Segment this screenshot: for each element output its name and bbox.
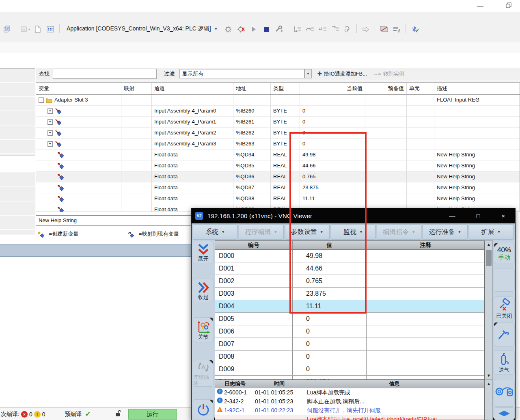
play-icon-button[interactable] bbox=[249, 24, 258, 33]
step-over-icon-button[interactable] bbox=[305, 24, 314, 33]
register-comment bbox=[367, 275, 485, 287]
scroll-down-icon[interactable]: ▼ bbox=[485, 372, 492, 379]
right-button-torch[interactable] bbox=[494, 322, 515, 346]
io-table-row[interactable]: +Input Assembly-4_Param2%IB262BYTE0 bbox=[36, 128, 520, 139]
expand-node-icon[interactable]: + bbox=[47, 108, 53, 114]
right-button-tool-closed[interactable]: 已关闭 bbox=[494, 297, 515, 320]
window-minimize-button[interactable]: — bbox=[474, 2, 486, 11]
register-row-D005[interactable]: D0050 bbox=[215, 313, 484, 325]
expand-node-icon[interactable]: + bbox=[47, 119, 53, 125]
expand-node-icon[interactable]: + bbox=[47, 130, 53, 136]
register-row-D003[interactable]: D00323.875 bbox=[215, 288, 484, 300]
reset-icon-button[interactable] bbox=[343, 24, 352, 33]
io-table-row[interactable]: +Input Assembly-4_Param0%IB260BYTE0 bbox=[36, 106, 520, 117]
sidebar-button-power[interactable] bbox=[193, 399, 214, 420]
register-scrollbar[interactable]: ▲ ▼ bbox=[485, 240, 493, 380]
watch-list-icon-button[interactable] bbox=[392, 24, 401, 33]
logout-gear-icon-button[interactable] bbox=[237, 24, 246, 33]
goto-next-icon-button[interactable] bbox=[361, 24, 370, 33]
io-table-row[interactable]: Float data%QD34REAL49.98New Help String bbox=[36, 149, 520, 160]
filter-combobox[interactable]: 显示所有 bbox=[179, 69, 304, 78]
register-row-D006[interactable]: D0060 bbox=[215, 325, 484, 338]
address-cell: %IB261 bbox=[233, 117, 271, 127]
scroll-up-icon[interactable]: ▲ bbox=[485, 241, 492, 248]
right-button-speed-mode[interactable]: 40%手动 bbox=[494, 243, 515, 264]
vnc-tab-扩展[interactable]: 扩展▼ bbox=[469, 224, 514, 240]
right-button-blank[interactable] bbox=[494, 268, 515, 292]
library-dropdown-icon-button[interactable] bbox=[21, 24, 30, 33]
right-button-partial[interactable] bbox=[494, 407, 515, 420]
io-table-row[interactable]: +Input Assembly-4_Param3%IB263BYTE0 bbox=[36, 139, 520, 149]
register-row-D001[interactable]: D00144.66 bbox=[215, 262, 484, 275]
new-file-icon-button[interactable] bbox=[33, 24, 42, 33]
vnc-minimize-button[interactable]: — bbox=[444, 208, 460, 223]
sidebar-button-展开[interactable]: 展开 bbox=[193, 241, 214, 264]
scroll-up-icon[interactable]: ▲ bbox=[485, 380, 492, 388]
io-table-row[interactable]: Float data%QD37REAL23.875New Help String bbox=[36, 182, 520, 193]
breakpoint-tools-icon-button[interactable] bbox=[274, 24, 283, 33]
search-input[interactable] bbox=[53, 69, 157, 79]
vnc-tab-编辑指令[interactable]: 编辑指令▼ bbox=[377, 224, 421, 240]
log-id-cell: !2-6000-1 bbox=[215, 388, 255, 397]
register-value: 0 bbox=[293, 351, 367, 363]
vnc-close-button[interactable]: × bbox=[495, 208, 511, 223]
window-restore-button[interactable] bbox=[503, 2, 515, 11]
register-row-D010[interactable]: D010826.654 bbox=[215, 376, 484, 380]
register-id: D003 bbox=[215, 288, 293, 300]
filter-caret-icon[interactable]: ▼ bbox=[304, 69, 312, 78]
step-into-icon-button[interactable] bbox=[330, 24, 339, 33]
io-table-row[interactable]: Float data%QD36REAL0.765New Help String bbox=[36, 171, 520, 182]
display-mode-icon-button[interactable] bbox=[380, 24, 388, 33]
run-button[interactable]: 运行 bbox=[128, 409, 177, 420]
vnc-maximize-button[interactable]: □ bbox=[470, 208, 486, 223]
clipboard-icon-button[interactable] bbox=[2, 24, 11, 33]
io-table-row[interactable]: +Input Assembly-4_Param1%IB261BYTE0 bbox=[36, 117, 520, 128]
step-return-icon-button[interactable] bbox=[318, 24, 327, 33]
register-table: 编号值注释 D00049.98D00144.66D0020.765D00323.… bbox=[215, 240, 485, 380]
scroll-thumb[interactable] bbox=[486, 250, 492, 266]
register-row-D000[interactable]: D00049.98 bbox=[215, 250, 484, 262]
collapse-node-icon[interactable]: - bbox=[39, 97, 44, 103]
current-value-cell: 44.66 bbox=[300, 160, 365, 171]
sidebar-button-收起[interactable]: 收起 bbox=[193, 279, 214, 302]
log-row[interactable]: !1-92C-101-01 00:22:23伺服没有打开，请先打开伺服 bbox=[215, 406, 484, 415]
register-row-D009[interactable]: D0090 bbox=[215, 363, 484, 376]
vnc-tab-监视[interactable]: 监视▼ bbox=[331, 224, 375, 240]
right-button-air-supply[interactable]: 送气 bbox=[494, 350, 515, 375]
vnc-tab-程序编辑[interactable]: 程序编辑▼ bbox=[239, 224, 283, 240]
recompile-icon-button[interactable] bbox=[410, 24, 419, 33]
log-row[interactable]: !2-342-201-01 01:05:23脚本正在加载,请稍后... bbox=[215, 397, 484, 406]
add-fb-button[interactable]: ✚ 给IO通道添加FB... bbox=[317, 70, 367, 78]
login-gear-icon-button[interactable] bbox=[224, 24, 233, 33]
app-selector-combobox[interactable]: Application [CODESYS_Control_Win_V3_x64:… bbox=[64, 24, 220, 33]
register-row-D008[interactable]: D0080 bbox=[215, 351, 484, 363]
collapsed-panel-bar[interactable] bbox=[0, 244, 192, 257]
build-icon-button[interactable] bbox=[46, 24, 55, 33]
speed-value: 40% bbox=[497, 246, 511, 254]
io-table-row[interactable]: Float data%QD35REAL44.66New Help String bbox=[36, 160, 520, 171]
lock-icon[interactable] bbox=[114, 410, 122, 418]
right-button-robot[interactable] bbox=[494, 379, 515, 407]
chevron-down-icon: ▼ bbox=[214, 27, 218, 31]
expand-node-icon[interactable]: + bbox=[47, 141, 53, 147]
partial-icon bbox=[496, 410, 512, 418]
step-command-icon-button[interactable] bbox=[293, 24, 302, 33]
register-id: D006 bbox=[215, 325, 293, 338]
register-id: D009 bbox=[215, 363, 293, 375]
io-table-row[interactable]: -Adapter Slot 3FLOAT Input REG bbox=[36, 95, 520, 106]
log-row[interactable]: Lua脚本错误: lua_pcall() failed: /rbctrl/lua… bbox=[215, 415, 484, 420]
log-scrollbar[interactable]: ▲ bbox=[485, 380, 493, 420]
sidebar-button-连续循环[interactable]: A连续循环 bbox=[193, 360, 214, 387]
sidebar-button-关节[interactable]: 关节 bbox=[193, 317, 214, 342]
stop-icon-button[interactable] bbox=[262, 24, 271, 33]
io-table-row[interactable]: Float data%QD38REAL11.11New Help String bbox=[36, 193, 520, 204]
register-row-D007[interactable]: D0070 bbox=[215, 338, 484, 351]
register-row-D004[interactable]: D00411.11 bbox=[215, 300, 484, 313]
vnc-tab-参数设置[interactable]: 参数设置▼ bbox=[285, 224, 330, 240]
vnc-tab-系统[interactable]: 系统▼ bbox=[193, 224, 237, 240]
goto-instance-button[interactable]: →≡ 转到实例 bbox=[373, 70, 404, 78]
register-row-D002[interactable]: D0020.765 bbox=[215, 275, 484, 288]
vnc-titlebar[interactable]: V2 192.168.1.200 (x11vnc) - VNC Viewer —… bbox=[192, 208, 515, 223]
log-row[interactable]: !2-6000-101-01 01:05:25Lua脚本加载完成 bbox=[215, 388, 484, 397]
vnc-tab-运行准备[interactable]: 运行准备▼ bbox=[423, 224, 467, 240]
